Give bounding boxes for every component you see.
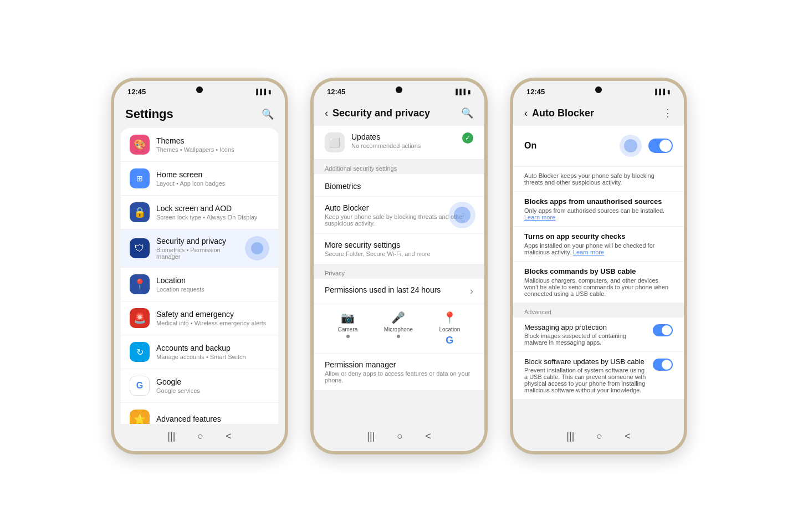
nav-bar-1: ||| ○ < [114, 424, 285, 451]
home-icon-3[interactable]: ○ [596, 431, 602, 442]
phone-3-inner: 12:45 ▐▐▐ ▮ ‹ Auto Blocker ⋮ On [513, 81, 684, 451]
search-icon-1[interactable]: 🔍 [262, 108, 274, 120]
location-title: Location [156, 276, 269, 285]
settings-header: Settings 🔍 [114, 98, 285, 128]
settings-item-advanced[interactable]: ⭐ Advanced features [121, 403, 278, 424]
time-3: 12:45 [526, 88, 545, 96]
usb-commands-feature: Blocks commands by USB cable Malicious c… [513, 262, 684, 303]
location-perm-label: Location [439, 326, 460, 332]
phone-3-screen: 12:45 ▐▐▐ ▮ ‹ Auto Blocker ⋮ On [513, 81, 684, 451]
homescreen-title: Home screen [156, 170, 269, 179]
updates-check-icon: ✓ [462, 132, 473, 144]
settings-item-lockscreen[interactable]: 🔒 Lock screen and AOD Screen lock type •… [121, 196, 278, 229]
messaging-protection-row: Messaging app protection Block images su… [513, 318, 684, 352]
recent-apps-icon-1[interactable]: ||| [167, 431, 175, 442]
settings-item-location[interactable]: 📍 Location Location requests [121, 268, 278, 301]
location-subtitle: Location requests [156, 286, 269, 293]
back-chevron-3[interactable]: ‹ [524, 108, 528, 119]
settings-item-homescreen[interactable]: ⊞ Home screen Layout • App icon badges [121, 162, 278, 196]
advanced-icon: ⭐ [130, 410, 150, 424]
microphone-perm-icon: 🎤 [391, 311, 405, 324]
status-icons-2: ▐▐▐ ▮ [454, 89, 471, 95]
location-perm-icon: 📍 [443, 311, 457, 324]
updates-item[interactable]: ⬜ Updates No recommended actions ✓ [314, 126, 484, 160]
permission-manager-subtitle: Allow or deny apps to access features or… [325, 370, 473, 383]
settings-list: 🎨 Themes Themes • Wallpapers • Icons ⊞ H… [121, 128, 278, 424]
permission-manager-item[interactable]: Permission manager Allow or deny apps to… [314, 353, 484, 390]
themes-title: Themes [156, 136, 269, 145]
back-icon-1[interactable]: < [226, 431, 232, 442]
google-icon: G [130, 376, 150, 396]
settings-item-security[interactable]: 🛡 Security and privacy Biometrics • Perm… [121, 229, 278, 268]
camera-perm-label: Camera [338, 326, 358, 332]
app-security-feature: Turns on app security checks Apps instal… [513, 227, 684, 262]
phone-2-screen: 12:45 ▐▐▐ ▮ ‹ Security and privacy 🔍 ⬜ [314, 81, 484, 451]
messaging-protection-title: Messaging app protection [524, 323, 648, 331]
time-1: 12:45 [127, 88, 146, 96]
usb-commands-desc: Malicious chargers, computers, and other… [524, 277, 673, 297]
homescreen-icon: ⊞ [130, 168, 150, 188]
signal-icon-3: ▐▐▐ [653, 89, 665, 95]
auto-blocker-on-card: On [513, 126, 684, 166]
signal-icon-2: ▐▐▐ [454, 89, 466, 95]
recent-apps-icon-2[interactable]: ||| [367, 431, 375, 442]
messaging-protection-desc: Block images suspected of containing mal… [524, 332, 648, 346]
block-usb-toggle[interactable] [653, 359, 673, 371]
app-security-link[interactable]: Learn more [573, 249, 604, 255]
more-security-title: More security settings [325, 241, 473, 249]
privacy-label: Privacy [314, 264, 484, 279]
toggle-knob [659, 140, 672, 152]
permissions-arrow-icon: › [470, 285, 473, 297]
permissions-24h-item[interactable]: Permissions used in last 24 hours › [314, 279, 484, 304]
more-security-item[interactable]: More security settings Secure Folder, Se… [314, 234, 484, 264]
updates-icon: ⬜ [325, 132, 345, 152]
blocks-apps-title: Blocks apps from unauthorised sources [524, 197, 673, 206]
phone-3: 12:45 ▐▐▐ ▮ ‹ Auto Blocker ⋮ On [510, 78, 687, 454]
back-chevron-2[interactable]: ‹ [325, 108, 328, 119]
google-title: Google [156, 377, 269, 386]
settings-item-safety[interactable]: 🚨 Safety and emergency Medical info • Wi… [121, 301, 278, 335]
camera-dot-1 [196, 86, 203, 93]
auto-blocker-item[interactable]: Auto Blocker Keep your phone safe by blo… [314, 197, 484, 234]
auto-blocker-on-label: On [524, 141, 613, 151]
settings-list-container: 🎨 Themes Themes • Wallpapers • Icons ⊞ H… [114, 128, 285, 424]
more-security-subtitle: Secure Folder, Secure Wi-Fi, and more [325, 250, 473, 257]
back-icon-2[interactable]: < [425, 431, 431, 442]
settings-item-themes[interactable]: 🎨 Themes Themes • Wallpapers • Icons [121, 128, 278, 162]
biometrics-label[interactable]: Biometrics [314, 174, 484, 197]
settings-item-accounts[interactable]: ↻ Accounts and backup Manage accounts • … [121, 335, 278, 369]
blocks-apps-link[interactable]: Learn more [524, 214, 555, 221]
accounts-title: Accounts and backup [156, 344, 269, 352]
auto-blocker-description: Auto Blocker keeps your phone safe by bl… [513, 167, 684, 192]
settings-title: Settings [125, 107, 173, 121]
lockscreen-title: Lock screen and AOD [156, 204, 269, 213]
camera-perm-dot [346, 335, 350, 338]
settings-item-google[interactable]: G Google Google services [121, 369, 278, 403]
status-bar-3: 12:45 ▐▐▐ ▮ [513, 81, 684, 98]
battery-icon-2: ▮ [468, 89, 471, 95]
home-icon-2[interactable]: ○ [397, 431, 403, 442]
auto-blocker-header: ‹ Auto Blocker ⋮ [513, 98, 684, 126]
security-header: ‹ Security and privacy 🔍 [314, 98, 484, 126]
phone-2-inner: 12:45 ▐▐▐ ▮ ‹ Security and privacy 🔍 ⬜ [314, 81, 484, 451]
advanced-title: Advanced features [156, 415, 269, 423]
battery-icon: ▮ [268, 89, 272, 95]
auto-blocker-page-title: Auto Blocker [532, 108, 658, 119]
home-icon-1[interactable]: ○ [197, 431, 203, 442]
menu-icon-3[interactable]: ⋮ [663, 107, 673, 119]
microphone-perm-dot [397, 335, 400, 338]
camera-perm-col: 📷 Camera [338, 311, 358, 346]
security-ripple [245, 236, 269, 260]
back-icon-3[interactable]: < [625, 431, 631, 442]
auto-blocker-toggle[interactable] [648, 139, 673, 153]
phone-1-screen: 12:45 ▐▐▐ ▮ Settings 🔍 🎨 [114, 81, 285, 451]
time-2: 12:45 [327, 88, 345, 96]
security-icon: 🛡 [130, 238, 150, 258]
safety-title: Safety and emergency [156, 310, 269, 319]
signal-icon: ▐▐▐ [254, 89, 266, 95]
recent-apps-icon-3[interactable]: ||| [566, 431, 574, 442]
search-icon-2[interactable]: 🔍 [461, 107, 473, 119]
messaging-protection-toggle[interactable] [653, 324, 673, 336]
permissions-24h-title: Permissions used in last 24 hours [325, 285, 470, 294]
blocks-apps-feature: Blocks apps from unauthorised sources On… [513, 192, 684, 227]
